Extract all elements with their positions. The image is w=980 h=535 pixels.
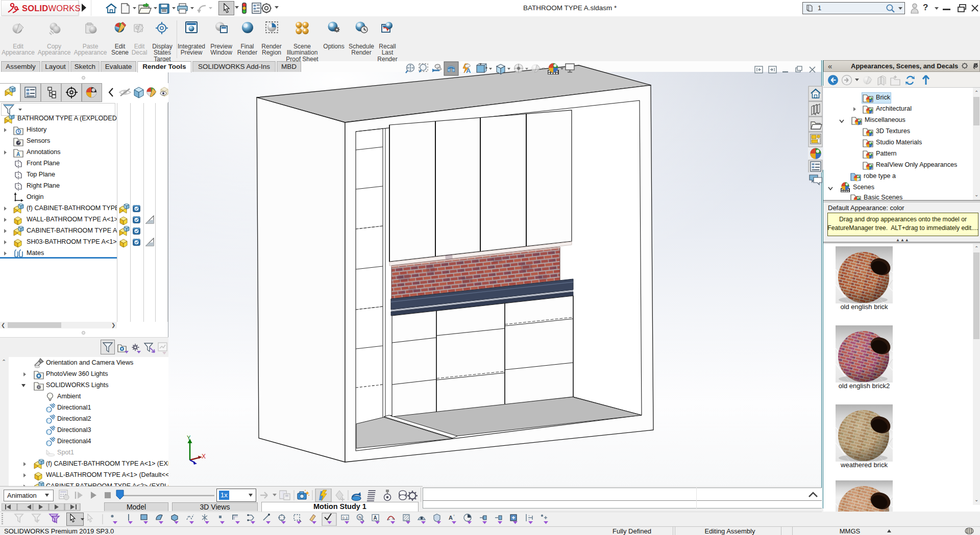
- svg-text:N: N: [359, 515, 362, 520]
- svg-text:Y: Y: [187, 435, 191, 441]
- svg-text:A: A: [466, 67, 471, 74]
- svg-text:°: °: [453, 515, 455, 518]
- svg-text:A: A: [449, 515, 453, 521]
- svg-text:0.3: 0.3: [342, 516, 348, 520]
- svg-text:X: X: [202, 453, 206, 460]
- svg-text:A: A: [374, 515, 377, 521]
